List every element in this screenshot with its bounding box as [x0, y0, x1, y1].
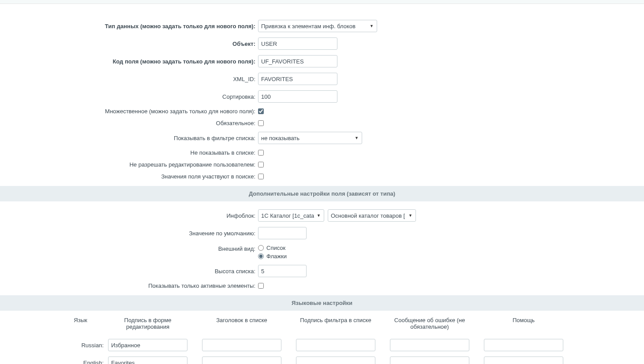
label-multiple: Множественное (можно задать только для н…: [0, 108, 258, 115]
lang-row-english: English:: [57, 354, 587, 364]
lang-col-filter-label: Подпись фильтра в списке: [296, 317, 390, 330]
select-data-type[interactable]: Привязка к элементам инф. блоков: [258, 20, 377, 32]
select-infoblock-name[interactable]: Основной каталог товаров [: [328, 209, 416, 222]
lang-col-help: Помощь: [484, 317, 578, 330]
select-infoblock-type[interactable]: 1C Каталог [1c_cata: [258, 209, 324, 222]
row-appearance: Внешний вид: Список Флажки: [0, 242, 644, 262]
label-data-type: Тип данных (можно задать только для ново…: [0, 23, 258, 30]
radio-list-label[interactable]: Список: [258, 245, 287, 251]
label-list-height: Высота списка:: [0, 268, 258, 275]
row-list-height: Высота списка:: [0, 262, 644, 280]
checkbox-searchable[interactable]: [258, 174, 264, 179]
input-ru-list-header[interactable]: [202, 339, 281, 351]
input-ru-help[interactable]: [484, 339, 563, 351]
label-searchable: Значения поля участвуют в поиске:: [0, 173, 258, 180]
row-searchable: Значения поля участвуют в поиске:: [0, 171, 644, 186]
input-default-value[interactable]: [258, 227, 307, 239]
section-lang-header: Языковые настройки: [0, 295, 644, 311]
lang-col-edit-label: Подпись в форме редактирования: [108, 317, 202, 330]
input-en-error-msg[interactable]: [390, 357, 469, 364]
input-en-filter-label[interactable]: [296, 357, 375, 364]
row-show-in-filter: Показывать в фильтре списка: не показыва…: [0, 129, 644, 147]
lang-table: Язык Подпись в форме редактирования Заго…: [0, 311, 644, 364]
input-ru-edit-label[interactable]: [108, 339, 187, 351]
checkbox-hide-in-list[interactable]: [258, 150, 264, 156]
row-xml-id: XML_ID:: [0, 70, 644, 88]
row-sort: Сортировка:: [0, 88, 644, 105]
radio-list-text: Список: [266, 245, 285, 251]
section-extra-header: Дополнительные настройки поля (зависят о…: [0, 186, 644, 201]
row-object: Объект:: [0, 35, 644, 52]
input-en-list-header[interactable]: [202, 357, 281, 364]
row-required: Обязательное:: [0, 117, 644, 129]
input-en-help[interactable]: [484, 357, 563, 364]
row-no-user-edit: Не разрешать редактирование пользователе…: [0, 159, 644, 171]
input-sort[interactable]: [258, 90, 337, 103]
row-data-type: Тип данных (можно задать только для ново…: [0, 17, 644, 35]
label-infoblock: Инфоблок:: [0, 212, 258, 219]
checkbox-no-user-edit[interactable]: [258, 162, 264, 167]
input-list-height[interactable]: [258, 265, 307, 277]
input-ru-filter-label[interactable]: [296, 339, 375, 351]
field-settings-form: Тип данных (можно задать только для ново…: [0, 4, 644, 364]
label-show-in-filter: Показывать в фильтре списка:: [0, 135, 258, 141]
row-active-only: Показывать только активные элементы:: [0, 280, 644, 295]
lang-label-english: English:: [57, 360, 108, 364]
checkbox-required[interactable]: [258, 120, 264, 126]
input-en-edit-label[interactable]: [108, 357, 187, 364]
input-field-code[interactable]: [258, 55, 337, 67]
lang-label-russian: Russian:: [57, 342, 108, 349]
label-no-user-edit: Не разрешать редактирование пользователе…: [0, 161, 258, 168]
radio-list[interactable]: [258, 245, 264, 251]
select-show-in-filter[interactable]: не показывать: [258, 132, 362, 144]
row-default-value: Значение по умолчанию:: [0, 224, 644, 242]
lang-row-russian: Russian:: [57, 336, 587, 354]
lang-col-error-msg: Сообщение об ошибке (не обязательное): [390, 317, 484, 330]
row-multiple: Множественное (можно задать только для н…: [0, 105, 644, 117]
row-hide-in-list: Не показывать в списке:: [0, 147, 644, 159]
input-object[interactable]: [258, 37, 337, 50]
lang-col-list-header: Заголовок в списке: [202, 317, 296, 330]
row-infoblock: Инфоблок: 1C Каталог [1c_cata Основной к…: [0, 207, 644, 224]
label-field-code: Код поля (можно задать только для нового…: [0, 58, 258, 65]
label-required: Обязательное:: [0, 120, 258, 126]
label-xml-id: XML_ID:: [0, 76, 258, 82]
lang-header-row: Язык Подпись в форме редактирования Заго…: [57, 317, 587, 336]
label-appearance: Внешний вид:: [0, 245, 258, 252]
label-default-value: Значение по умолчанию:: [0, 230, 258, 237]
label-active-only: Показывать только активные элементы:: [0, 282, 258, 289]
label-object: Объект:: [0, 41, 258, 47]
input-xml-id[interactable]: [258, 73, 337, 85]
checkbox-active-only[interactable]: [258, 283, 264, 289]
lang-col-lang: Язык: [57, 317, 108, 330]
label-hide-in-list: Не показывать в списке:: [0, 149, 258, 156]
input-ru-error-msg[interactable]: [390, 339, 469, 351]
radio-flags[interactable]: [258, 253, 264, 259]
row-field-code: Код поля (можно задать только для нового…: [0, 52, 644, 70]
radio-flags-text: Флажки: [266, 253, 287, 260]
checkbox-multiple[interactable]: [258, 108, 264, 114]
label-sort: Сортировка:: [0, 93, 258, 100]
radio-flags-label[interactable]: Флажки: [258, 253, 287, 260]
